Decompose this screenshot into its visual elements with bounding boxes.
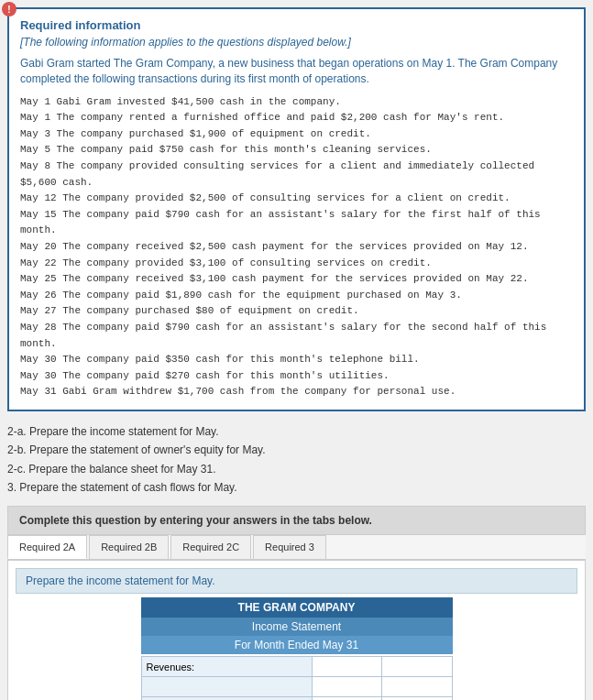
transaction-item: May 12 The company provided $2,500 of co… [20,191,573,207]
statement-period: For Month Ended May 31 [141,636,453,654]
transactions-list: May 1 Gabi Gram invested $41,500 cash in… [20,94,573,400]
transaction-item: May 3 The company purchased $1,900 of eq… [20,126,573,143]
required-info-title: Required information [20,18,573,32]
transaction-item: May 1 Gabi Gram invested $41,500 cash in… [20,94,573,111]
transaction-item: May 30 The company paid $350 cash for th… [20,352,573,368]
transaction-item: May 1 The company rented a furnished off… [20,110,573,126]
instruction-line1: 2-a. Prepare the income statement for Ma… [7,422,586,441]
tab-required-2b[interactable]: Required 2B [89,535,169,559]
transaction-item: May 30 The company paid $270 cash for th… [20,368,573,385]
transaction-item: May 25 The company received $3,100 cash … [20,271,573,288]
tab-required-2a[interactable]: Required 2A [7,535,87,559]
instruction-line4: 3. Prepare the statement of cash flows f… [7,478,586,497]
complete-question-box: Complete this question by entering your … [7,506,586,535]
tab-required-3[interactable]: Required 3 [253,535,326,559]
instructions: 2-a. Prepare the income statement for Ma… [7,422,586,498]
prepare-label: Prepare the income statement for May. [16,568,577,594]
tabs-container: Required 2A Required 2B Required 2C Requ… [7,535,586,560]
transaction-item: May 5 The company paid $750 cash for thi… [20,142,573,159]
transaction-item: May 28 The company paid $790 cash for an… [20,320,573,352]
income-statement-table: Revenues: [141,656,453,700]
transaction-item: May 27 The company purchased $80 of equi… [20,303,573,320]
required-info-box: ! Required information [The following in… [7,7,586,411]
company-name: THE GRAM COMPANY [141,597,453,618]
tab-content-area: Prepare the income statement for May. TH… [8,561,585,700]
instruction-line2: 2-b. Prepare the statement of owner's eq… [7,441,586,459]
transaction-item: May 31 Gabi Gram withdrew $1,700 cash fr… [20,384,573,400]
main-content-area: Prepare the income statement for May. TH… [7,560,586,700]
revenues-label-row: Revenues: [141,657,452,677]
revenue-row-1 [141,677,452,697]
revenue-value-1a[interactable] [312,677,381,697]
revenues-col2[interactable] [382,657,452,677]
transaction-item: May 22 The company provided $3,100 of co… [20,256,573,272]
revenue-value-1b[interactable] [382,677,452,697]
transaction-item: May 20 The company received $2,500 cash … [20,239,573,256]
complete-question-label: Complete this question by entering your … [19,514,372,527]
transaction-item: May 15 The company paid $790 cash for an… [20,207,573,239]
required-info-subtitle: [The following information applies to th… [20,36,573,49]
revenue-label-1[interactable] [141,677,312,697]
statement-container: THE GRAM COMPANY Income Statement For Mo… [141,597,453,700]
tab-required-2c[interactable]: Required 2C [170,535,251,559]
page-wrapper: ! Required information [The following in… [0,0,593,700]
transaction-item: May 8 The company provided consulting se… [20,159,573,191]
revenues-col1[interactable] [312,657,381,677]
statement-name: Income Statement [141,618,453,636]
exclamation-icon: ! [2,2,16,16]
instruction-line3: 2-c. Prepare the balance sheet for May 3… [7,460,586,478]
required-info-intro: Gabi Gram started The Gram Company, a ne… [20,56,573,87]
transaction-item: May 26 The company paid $1,890 cash for … [20,288,573,304]
revenues-label: Revenues: [141,657,312,677]
